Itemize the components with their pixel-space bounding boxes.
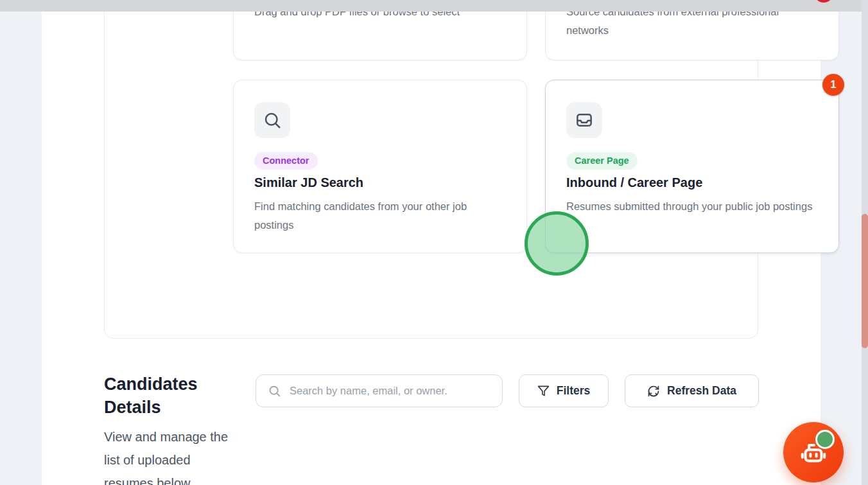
refresh-data-button[interactable]: Refresh Data: [625, 375, 759, 407]
search-input[interactable]: [256, 375, 503, 407]
card-title: Similar JD Search: [254, 175, 363, 190]
inbox-icon: [566, 102, 602, 138]
card-title: Inbound / Career Page: [566, 175, 702, 190]
browser-chrome-strip: [0, 0, 868, 12]
card-description: Resumes submitted through your public jo…: [566, 197, 820, 216]
candidate-sources-panel: Manual Upload Resumes Drag and drop PDF …: [104, 0, 758, 339]
source-card-similar-jd-search[interactable]: Connector Similar JD Search Find matchin…: [233, 80, 527, 253]
chatbot-fab-button[interactable]: [783, 422, 844, 482]
refresh-icon: [647, 385, 660, 398]
scrollbar-thumb[interactable]: [862, 214, 868, 348]
search-icon: [268, 384, 281, 398]
card-description: Find matching candidates from your other…: [254, 197, 508, 234]
source-card-inbound-career-page[interactable]: 1 Career Page Inbound / Career Page Resu…: [545, 80, 839, 253]
candidates-section-title: Candidates Details: [104, 373, 216, 419]
refresh-button-label: Refresh Data: [667, 384, 736, 398]
candidates-section-subtitle: View and manage the list of uploaded res…: [104, 425, 242, 485]
filters-button[interactable]: Filters: [519, 375, 609, 407]
notification-dot: [814, 0, 833, 3]
badge-career-page: Career Page: [566, 152, 638, 170]
new-count-badge: 1: [822, 74, 844, 96]
filters-button-label: Filters: [557, 384, 591, 398]
filter-icon: [537, 385, 550, 397]
page-root: Manual Upload Resumes Drag and drop PDF …: [0, 0, 868, 485]
candidate-search: [256, 375, 503, 407]
search-icon: [254, 102, 290, 138]
badge-connector: Connector: [254, 152, 318, 170]
scrollbar-track[interactable]: [862, 0, 868, 485]
online-status-dot: [815, 430, 835, 449]
